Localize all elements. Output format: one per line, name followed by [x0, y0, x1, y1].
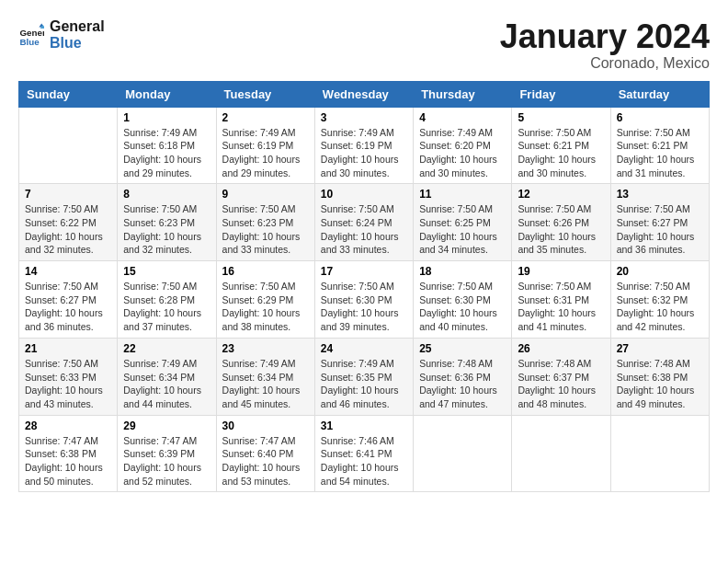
day-number: 18 [419, 265, 506, 278]
header-tuesday: Tuesday [216, 81, 314, 107]
header-wednesday: Wednesday [314, 81, 413, 107]
day-number: 17 [321, 265, 407, 278]
logo-line2: Blue [50, 35, 105, 52]
day-info: Sunrise: 7:48 AMSunset: 6:36 PMDaylight:… [419, 357, 506, 411]
day-info: Sunrise: 7:50 AMSunset: 6:28 PMDaylight:… [123, 280, 210, 334]
day-info: Sunrise: 7:50 AMSunset: 6:23 PMDaylight:… [222, 202, 309, 257]
day-info: Sunrise: 7:50 AMSunset: 6:21 PMDaylight:… [518, 126, 604, 180]
day-info: Sunrise: 7:47 AMSunset: 6:40 PMDaylight:… [222, 434, 309, 488]
day-info: Sunrise: 7:50 AMSunset: 6:21 PMDaylight:… [617, 126, 703, 180]
day-info: Sunrise: 7:50 AMSunset: 6:27 PMDaylight:… [617, 202, 703, 257]
calendar-cell [610, 415, 709, 492]
day-info: Sunrise: 7:48 AMSunset: 6:37 PMDaylight:… [518, 357, 604, 411]
calendar-cell: 15Sunrise: 7:50 AMSunset: 6:28 PMDayligh… [118, 261, 216, 339]
day-number: 22 [123, 342, 210, 355]
day-info: Sunrise: 7:49 AMSunset: 6:20 PMDaylight:… [419, 126, 506, 180]
day-number: 24 [321, 342, 407, 355]
calendar-cell: 28Sunrise: 7:47 AMSunset: 6:38 PMDayligh… [19, 415, 118, 492]
calendar-cell: 19Sunrise: 7:50 AMSunset: 6:31 PMDayligh… [512, 261, 610, 339]
calendar-cell: 31Sunrise: 7:46 AMSunset: 6:41 PMDayligh… [314, 415, 413, 492]
calendar-cell: 24Sunrise: 7:49 AMSunset: 6:35 PMDayligh… [314, 338, 413, 415]
day-info: Sunrise: 7:50 AMSunset: 6:23 PMDaylight:… [123, 202, 210, 257]
day-info: Sunrise: 7:47 AMSunset: 6:39 PMDaylight:… [123, 434, 210, 488]
title-block: January 2024 Coronado, Mexico [500, 18, 710, 72]
header-sunday: Sunday [19, 81, 118, 107]
day-number: 12 [518, 188, 604, 201]
day-info: Sunrise: 7:46 AMSunset: 6:41 PMDaylight:… [321, 434, 407, 488]
day-info: Sunrise: 7:47 AMSunset: 6:38 PMDaylight:… [25, 434, 111, 488]
calendar-cell [512, 415, 610, 492]
logo: General Blue General Blue [18, 18, 105, 51]
header-monday: Monday [118, 81, 216, 107]
calendar-cell: 3Sunrise: 7:49 AMSunset: 6:19 PMDaylight… [314, 107, 413, 184]
calendar-cell: 27Sunrise: 7:48 AMSunset: 6:38 PMDayligh… [610, 338, 709, 415]
day-number: 9 [222, 188, 309, 201]
day-number: 7 [25, 188, 111, 201]
week-row-1: 1Sunrise: 7:49 AMSunset: 6:18 PMDaylight… [19, 107, 710, 184]
calendar-cell: 10Sunrise: 7:50 AMSunset: 6:24 PMDayligh… [314, 184, 413, 261]
calendar-cell: 20Sunrise: 7:50 AMSunset: 6:32 PMDayligh… [610, 261, 709, 339]
day-number: 8 [123, 188, 210, 201]
calendar-cell: 8Sunrise: 7:50 AMSunset: 6:23 PMDaylight… [118, 184, 216, 261]
day-number: 6 [617, 111, 703, 124]
calendar-cell: 11Sunrise: 7:50 AMSunset: 6:25 PMDayligh… [414, 184, 512, 261]
day-number: 4 [419, 111, 506, 124]
day-number: 14 [25, 265, 111, 278]
day-info: Sunrise: 7:50 AMSunset: 6:29 PMDaylight:… [222, 280, 309, 334]
day-number: 31 [321, 419, 407, 432]
day-info: Sunrise: 7:48 AMSunset: 6:38 PMDaylight:… [617, 357, 703, 411]
calendar-cell: 25Sunrise: 7:48 AMSunset: 6:36 PMDayligh… [414, 338, 512, 415]
day-number: 30 [222, 419, 309, 432]
header-friday: Friday [512, 81, 610, 107]
day-number: 25 [419, 342, 506, 355]
day-info: Sunrise: 7:50 AMSunset: 6:32 PMDaylight:… [617, 280, 703, 334]
day-number: 5 [518, 111, 604, 124]
svg-text:Blue: Blue [19, 37, 40, 47]
week-row-5: 28Sunrise: 7:47 AMSunset: 6:38 PMDayligh… [19, 415, 710, 492]
day-number: 11 [419, 188, 506, 201]
calendar-cell: 12Sunrise: 7:50 AMSunset: 6:26 PMDayligh… [512, 184, 610, 261]
calendar-cell: 14Sunrise: 7:50 AMSunset: 6:27 PMDayligh… [19, 261, 118, 339]
day-number: 13 [617, 188, 703, 201]
calendar-cell: 13Sunrise: 7:50 AMSunset: 6:27 PMDayligh… [610, 184, 709, 261]
calendar-cell: 9Sunrise: 7:50 AMSunset: 6:23 PMDaylight… [216, 184, 314, 261]
logo-icon: General Blue [18, 22, 44, 48]
day-number: 16 [222, 265, 309, 278]
day-info: Sunrise: 7:50 AMSunset: 6:26 PMDaylight:… [518, 202, 604, 257]
calendar-cell: 21Sunrise: 7:50 AMSunset: 6:33 PMDayligh… [19, 338, 118, 415]
calendar-cell: 2Sunrise: 7:49 AMSunset: 6:19 PMDaylight… [216, 107, 314, 184]
day-info: Sunrise: 7:50 AMSunset: 6:30 PMDaylight:… [419, 280, 506, 334]
calendar-subtitle: Coronado, Mexico [500, 55, 710, 72]
page-header: General Blue General Blue January 2024 C… [18, 18, 710, 72]
day-info: Sunrise: 7:50 AMSunset: 6:27 PMDaylight:… [25, 280, 111, 334]
calendar-table: SundayMondayTuesdayWednesdayThursdayFrid… [18, 81, 710, 493]
day-info: Sunrise: 7:49 AMSunset: 6:19 PMDaylight:… [321, 126, 407, 180]
header-saturday: Saturday [610, 81, 709, 107]
day-info: Sunrise: 7:50 AMSunset: 6:31 PMDaylight:… [518, 280, 604, 334]
week-row-2: 7Sunrise: 7:50 AMSunset: 6:22 PMDaylight… [19, 184, 710, 261]
day-number: 10 [321, 188, 407, 201]
calendar-title: January 2024 [500, 18, 710, 55]
day-number: 1 [123, 111, 210, 124]
calendar-cell: 22Sunrise: 7:49 AMSunset: 6:34 PMDayligh… [118, 338, 216, 415]
calendar-cell: 7Sunrise: 7:50 AMSunset: 6:22 PMDaylight… [19, 184, 118, 261]
day-number: 27 [617, 342, 703, 355]
day-info: Sunrise: 7:49 AMSunset: 6:19 PMDaylight:… [222, 126, 309, 180]
calendar-cell [19, 107, 118, 184]
calendar-cell: 17Sunrise: 7:50 AMSunset: 6:30 PMDayligh… [314, 261, 413, 339]
day-info: Sunrise: 7:49 AMSunset: 6:34 PMDaylight:… [222, 357, 309, 411]
day-number: 21 [25, 342, 111, 355]
calendar-cell [414, 415, 512, 492]
calendar-cell: 26Sunrise: 7:48 AMSunset: 6:37 PMDayligh… [512, 338, 610, 415]
calendar-cell: 6Sunrise: 7:50 AMSunset: 6:21 PMDaylight… [610, 107, 709, 184]
calendar-cell: 5Sunrise: 7:50 AMSunset: 6:21 PMDaylight… [512, 107, 610, 184]
day-number: 3 [321, 111, 407, 124]
day-info: Sunrise: 7:50 AMSunset: 6:22 PMDaylight:… [25, 202, 111, 257]
day-info: Sunrise: 7:50 AMSunset: 6:24 PMDaylight:… [321, 202, 407, 257]
day-number: 23 [222, 342, 309, 355]
day-info: Sunrise: 7:50 AMSunset: 6:30 PMDaylight:… [321, 280, 407, 334]
day-number: 2 [222, 111, 309, 124]
day-number: 19 [518, 265, 604, 278]
day-info: Sunrise: 7:49 AMSunset: 6:34 PMDaylight:… [123, 357, 210, 411]
day-number: 28 [25, 419, 111, 432]
